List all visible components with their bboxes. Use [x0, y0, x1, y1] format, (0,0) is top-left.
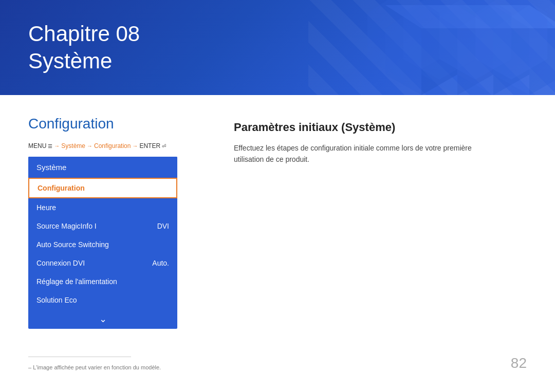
content-title: Paramètres initiaux (Système) — [234, 121, 527, 134]
arrow-3: → — [132, 143, 138, 149]
menu-item-label: Source MagicInfo I — [36, 222, 97, 230]
menu-item-source-magicinfo[interactable]: Source MagicInfo I DVI — [28, 217, 177, 235]
menu-icon: ☰ — [48, 143, 52, 149]
arrow-1: → — [54, 143, 60, 149]
content-description: Effectuez les étapes de configuration in… — [234, 142, 501, 165]
menu-item-configuration[interactable]: Configuration — [28, 178, 177, 198]
menu-item-label: Solution Eco — [36, 296, 77, 304]
menu-item-label: Réglage de l'alimentation — [36, 277, 117, 286]
menu-item-label: Heure — [36, 203, 56, 212]
menu-item-value-auto: Auto. — [152, 259, 169, 267]
configuration-label: Configuration — [94, 142, 131, 150]
left-column: Configuration MENU ☰ → Système → Configu… — [28, 116, 203, 329]
page-number: 82 — [511, 355, 527, 371]
footer-divider — [28, 357, 131, 357]
menu-box: Système Configuration Heure Source Magic… — [28, 157, 177, 329]
menu-item-value-dvi: DVI — [157, 222, 169, 230]
systeme-label: Système — [61, 142, 85, 150]
footer: – L'image affichée peut varier en foncti… — [28, 357, 527, 371]
chevron-down-icon: ⌄ — [99, 313, 107, 325]
footer-note: – L'image affichée peut varier en foncti… — [28, 364, 161, 370]
menu-item-label: Auto Source Switching — [36, 240, 109, 249]
arrow-2: → — [87, 143, 92, 149]
menu-item-solution-eco[interactable]: Solution Eco — [28, 291, 177, 309]
header-banner: Chapitre 08 Système — [0, 0, 555, 95]
menu-footer: ⌄ — [28, 309, 177, 329]
menu-item-connexion-dvi[interactable]: Connexion DVI Auto. — [28, 254, 177, 272]
menu-item-reglage-alimentation[interactable]: Réglage de l'alimentation — [28, 272, 177, 291]
menu-item-label: Connexion DVI — [36, 259, 85, 267]
header-title: Chapitre 08 Système — [28, 21, 140, 74]
right-column: Paramètres initiaux (Système) Effectuez … — [234, 116, 527, 329]
menu-header: Système — [28, 157, 177, 178]
menu-label: MENU — [28, 142, 46, 150]
menu-item-label: Configuration — [38, 184, 85, 192]
menu-item-heure[interactable]: Heure — [28, 198, 177, 217]
enter-label: ENTER — [139, 142, 160, 150]
section-title: Configuration — [28, 116, 203, 132]
enter-icon: ⏎ — [162, 143, 166, 149]
menu-item-auto-source-switching[interactable]: Auto Source Switching — [28, 235, 177, 254]
menu-path: MENU ☰ → Système → Configuration → ENTER… — [28, 142, 203, 150]
